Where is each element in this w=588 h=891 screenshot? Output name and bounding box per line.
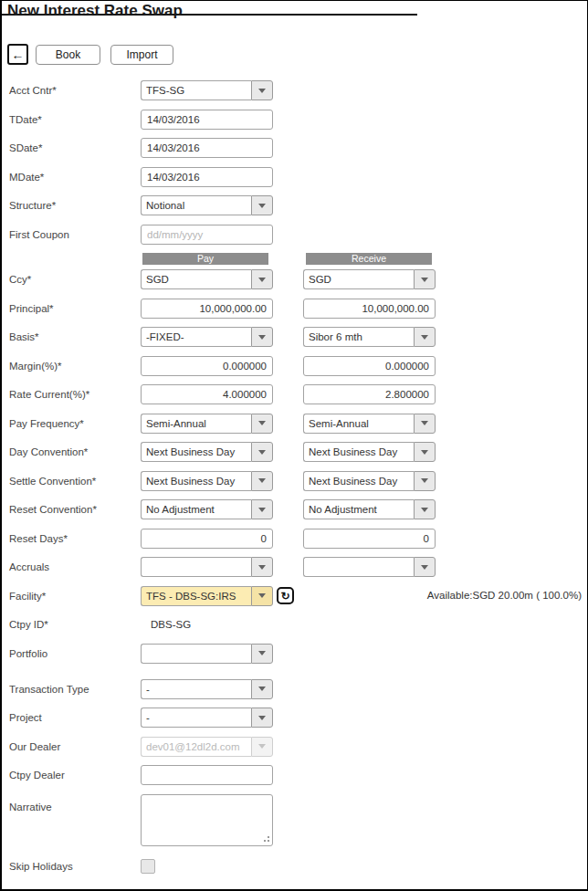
dropdown-arrow-button[interactable] <box>414 414 436 434</box>
reset-convention-pay-select[interactable]: No Adjustment <box>141 499 273 519</box>
basis-receive-select[interactable]: Sibor 6 mth <box>303 327 436 347</box>
pay-frequency-receive-select[interactable]: Semi-Annual <box>303 414 436 434</box>
dropdown-arrow-button[interactable] <box>414 471 436 491</box>
reset-convention-receive-value: No Adjustment <box>303 499 414 519</box>
back-button[interactable]: ← <box>7 44 28 65</box>
skip-holidays-checkbox[interactable] <box>141 859 155 874</box>
chevron-down-icon <box>258 744 266 749</box>
tdate-label: TDate* <box>9 114 141 125</box>
dropdown-arrow-button[interactable] <box>251 471 273 491</box>
chevron-down-icon <box>258 335 266 340</box>
page-title: New Interest Rate Swap <box>2 1 587 20</box>
narrative-textarea[interactable] <box>141 794 273 846</box>
import-button[interactable]: Import <box>110 45 173 65</box>
first-coupon-label: First Coupon <box>9 229 141 240</box>
structure-select[interactable]: Notional <box>141 195 273 215</box>
refresh-facility-button[interactable]: ↻ <box>277 587 294 604</box>
dropdown-arrow-button[interactable] <box>251 586 273 606</box>
field-row-ctpy-dealer: Ctpy Dealer <box>9 765 585 785</box>
reset-days-receive-input[interactable] <box>303 529 436 549</box>
dropdown-arrow-button[interactable] <box>251 327 273 347</box>
mdate-input[interactable] <box>141 167 273 187</box>
mdate-label: MDate* <box>9 172 141 183</box>
dropdown-arrow-button[interactable] <box>251 499 273 519</box>
dropdown-arrow-button[interactable] <box>414 327 436 347</box>
dropdown-arrow-button[interactable] <box>414 442 436 462</box>
field-row-ccy: Ccy* SGD SGD <box>9 269 585 289</box>
pay-frequency-pay-value: Semi-Annual <box>141 414 251 434</box>
principal-pay-input[interactable] <box>141 299 273 319</box>
day-convention-receive-select[interactable]: Next Business Day <box>303 442 436 462</box>
rate-current-receive-input[interactable] <box>303 384 436 404</box>
tdate-input[interactable] <box>141 110 273 130</box>
ccy-receive-select[interactable]: SGD <box>303 269 436 289</box>
margin-receive-input[interactable] <box>303 356 436 376</box>
pay-frequency-label: Pay Frequency* <box>9 418 141 429</box>
acct-cntr-select[interactable]: TFS-SG <box>141 80 273 100</box>
basis-pay-select[interactable]: -FIXED- <box>141 327 273 347</box>
pay-frequency-pay-select[interactable]: Semi-Annual <box>141 414 273 434</box>
reset-convention-receive-select[interactable]: No Adjustment <box>303 499 436 519</box>
portfolio-select[interactable] <box>141 644 273 664</box>
transaction-type-select[interactable]: - <box>141 679 273 699</box>
basis-receive-value: Sibor 6 mth <box>303 327 414 347</box>
rate-current-pay-input[interactable] <box>141 384 273 404</box>
ctpy-dealer-input[interactable] <box>141 765 273 785</box>
dropdown-arrow-button[interactable] <box>251 80 273 100</box>
accruals-pay-select[interactable] <box>141 557 273 577</box>
sdate-label: SDate* <box>9 142 141 153</box>
dropdown-arrow-button[interactable] <box>251 442 273 462</box>
ctpy-id-value: DBS-SG <box>141 619 191 630</box>
acct-cntr-label: Acct Cntr* <box>9 85 141 96</box>
chevron-down-icon <box>258 450 266 455</box>
dropdown-arrow-button[interactable] <box>414 557 436 577</box>
accruals-receive-value <box>303 557 414 577</box>
book-button[interactable]: Book <box>36 45 100 65</box>
dropdown-arrow-button[interactable] <box>251 414 273 434</box>
reset-days-pay-input[interactable] <box>141 529 273 549</box>
pay-column-header: Pay <box>142 253 268 265</box>
field-row-margin: Margin(%)* <box>9 356 585 376</box>
field-row-project: Project - <box>9 708 585 728</box>
first-coupon-input[interactable] <box>141 225 273 245</box>
dropdown-arrow-button[interactable] <box>251 195 273 215</box>
dropdown-arrow-button[interactable] <box>251 269 273 289</box>
reset-convention-label: Reset Convention* <box>9 504 141 515</box>
dropdown-arrow-button[interactable] <box>414 269 436 289</box>
new-interest-rate-swap-page: New Interest Rate Swap ← Book Import Acc… <box>0 0 588 891</box>
dropdown-arrow-button[interactable] <box>414 499 436 519</box>
field-row-reset-days: Reset Days* <box>9 529 585 549</box>
accruals-receive-select[interactable] <box>303 557 436 577</box>
dropdown-arrow-button[interactable] <box>251 557 273 577</box>
dropdown-arrow-button[interactable] <box>251 644 273 664</box>
reset-days-label: Reset Days* <box>9 533 141 544</box>
trade-entry-form: Acct Cntr* TFS-SG TDate* SDate* MDate* S… <box>9 80 585 885</box>
project-select[interactable]: - <box>141 708 273 728</box>
narrative-field <box>141 794 273 846</box>
sdate-input[interactable] <box>141 138 273 158</box>
settle-convention-pay-select[interactable]: Next Business Day <box>141 471 273 491</box>
margin-pay-input[interactable] <box>141 356 273 376</box>
dropdown-arrow-button[interactable] <box>251 679 273 699</box>
ccy-label: Ccy* <box>9 274 141 285</box>
portfolio-label: Portfolio <box>9 648 141 659</box>
dropdown-arrow-button <box>251 737 273 757</box>
ccy-pay-select[interactable]: SGD <box>141 269 273 289</box>
principal-receive-input[interactable] <box>303 299 436 319</box>
field-row-ctpy-id: Ctpy ID* DBS-SG <box>9 614 585 634</box>
refresh-icon: ↻ <box>280 590 289 603</box>
chevron-down-icon <box>421 508 428 512</box>
facility-select[interactable]: TFS - DBS-SG:IRS <box>141 586 273 606</box>
day-convention-pay-select[interactable]: Next Business Day <box>141 442 273 462</box>
field-row-basis: Basis* -FIXED- Sibor 6 mth <box>9 327 585 347</box>
toolbar: ← Book Import <box>7 44 173 65</box>
field-row-principal: Principal* <box>9 299 585 319</box>
chevron-down-icon <box>258 508 266 512</box>
our-dealer-label: Our Dealer <box>9 741 141 752</box>
resize-grip-icon[interactable] <box>268 840 269 842</box>
field-row-our-dealer: Our Dealer dev01@12dl2d.com <box>9 737 585 757</box>
dropdown-arrow-button[interactable] <box>251 708 273 728</box>
settle-convention-receive-select[interactable]: Next Business Day <box>303 471 436 491</box>
chevron-down-icon <box>258 204 266 208</box>
settle-convention-pay-value: Next Business Day <box>141 471 251 491</box>
